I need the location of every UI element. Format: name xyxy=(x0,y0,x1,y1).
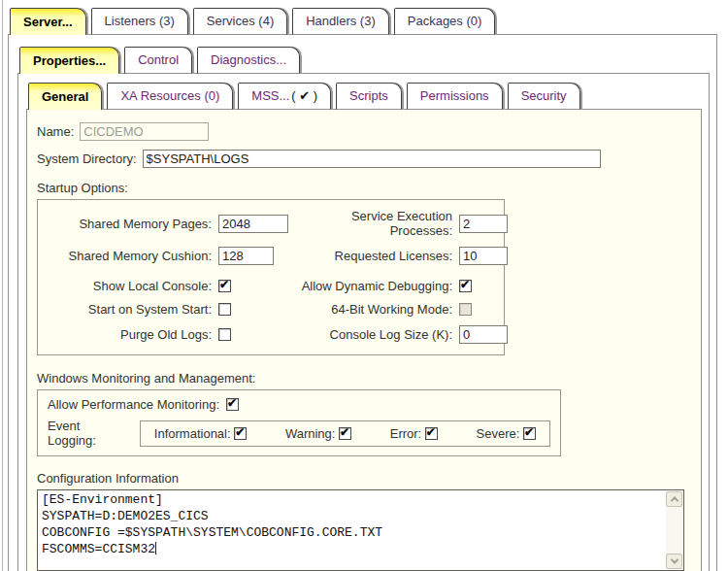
monitoring-group: Allow Performance Monitoring: Event Logg… xyxy=(37,389,561,456)
error-label: Error: xyxy=(390,426,422,441)
allow-dynamic-debugging-label: Allow Dynamic Debugging: xyxy=(296,279,459,293)
scroll-down-button[interactable] xyxy=(666,554,682,569)
show-local-console-checkbox[interactable] xyxy=(218,280,231,292)
tab-listeners-label: Listeners (3) xyxy=(105,14,175,28)
tab-mss-label: MSS... xyxy=(251,88,289,103)
tab-permissions-label: Permissions xyxy=(420,88,489,103)
tab-general-label: General xyxy=(42,89,88,104)
name-row: Name: xyxy=(37,122,691,141)
tab-scripts[interactable]: Scripts xyxy=(336,83,402,110)
general-form: Name: System Directory: Startup Options:… xyxy=(27,110,701,571)
tab-services-label: Services (4) xyxy=(207,14,274,28)
properties-tab-bar: Properties... Control Diagnostics... xyxy=(19,47,300,74)
shared-memory-pages-input[interactable] xyxy=(218,215,288,233)
tab-mss[interactable]: MSS...( ✔ ) xyxy=(238,83,331,110)
event-logging-label: Event Logging: xyxy=(48,419,130,448)
tab-control[interactable]: Control xyxy=(124,47,192,74)
scroll-up-button[interactable] xyxy=(666,491,682,507)
tab-services[interactable]: Services (4) xyxy=(193,8,287,35)
tab-permissions[interactable]: Permissions xyxy=(407,83,503,110)
tab-properties[interactable]: Properties... xyxy=(19,47,119,74)
startup-options-group: Shared Memory Pages: Service Execution P… xyxy=(37,199,505,355)
system-directory-row: System Directory: xyxy=(37,150,691,168)
error-checkbox[interactable] xyxy=(425,427,438,440)
informational-label: Informational: xyxy=(154,426,231,441)
configuration-information-textarea[interactable]: [ES-Environment]SYSPATH=D:DEMO2ES_CICSCO… xyxy=(37,489,684,571)
allow-performance-monitoring-checkbox[interactable] xyxy=(226,398,239,411)
page-left-border xyxy=(2,0,3,571)
shared-memory-cushion-input[interactable] xyxy=(218,247,274,265)
purge-old-logs-checkbox[interactable] xyxy=(218,328,231,341)
text-caret xyxy=(155,542,156,554)
mss-checkmark-icon: ( ✔ ) xyxy=(291,88,317,103)
tab-properties-label: Properties... xyxy=(33,53,106,68)
shared-memory-cushion-label: Shared Memory Cushion: xyxy=(38,249,218,263)
allow-performance-monitoring-label: Allow Performance Monitoring: xyxy=(48,397,219,412)
chevron-up-icon xyxy=(670,496,678,504)
purge-old-logs-label: Purge Old Logs: xyxy=(38,327,218,342)
tab-server-label: Server... xyxy=(23,15,73,29)
allow-dynamic-debugging-checkbox[interactable] xyxy=(459,280,472,292)
tab-diagnostics-label: Diagnostics... xyxy=(211,52,286,67)
system-directory-label: System Directory: xyxy=(37,151,137,166)
startup-options-title: Startup Options: xyxy=(37,181,691,195)
console-log-size-input[interactable] xyxy=(459,325,508,344)
tab-listeners[interactable]: Listeners (3) xyxy=(91,8,188,35)
64-bit-working-mode-checkbox xyxy=(459,303,472,316)
event-logging-row: Event Logging: Informational: Warning: E… xyxy=(48,419,550,448)
service-execution-processes-label: Service Execution Processes: xyxy=(296,209,459,238)
tab-packages[interactable]: Packages (0) xyxy=(394,8,496,35)
tab-packages-label: Packages (0) xyxy=(408,14,482,28)
tab-control-label: Control xyxy=(138,52,179,67)
start-on-system-start-checkbox[interactable] xyxy=(218,303,231,316)
informational-checkbox[interactable] xyxy=(234,427,247,440)
64-bit-working-mode-label: 64-Bit Working Mode: xyxy=(296,302,459,317)
name-input xyxy=(80,122,209,141)
shared-memory-pages-label: Shared Memory Pages: xyxy=(38,217,218,231)
warning-checkbox[interactable] xyxy=(339,427,351,440)
console-log-size-label: Console Log Size (K): xyxy=(296,327,459,342)
start-on-system-start-label: Start on System Start: xyxy=(38,302,218,317)
tab-diagnostics[interactable]: Diagnostics... xyxy=(197,47,300,74)
requested-licenses-label: Requested Licenses: xyxy=(296,249,459,263)
startup-checkbox-grid: Show Local Console: Allow Dynamic Debugg… xyxy=(38,279,504,344)
tab-xa-resources[interactable]: XA Resources (0) xyxy=(107,83,233,110)
monitoring-title: Windows Monitoring and Management: xyxy=(37,371,691,386)
configuration-text: [ES-Environment]SYSPATH=D:DEMO2ES_CICSCO… xyxy=(38,490,683,558)
tab-security-label: Security xyxy=(521,88,567,103)
tab-handlers-label: Handlers (3) xyxy=(306,14,376,28)
configuration-information-title: Configuration Information xyxy=(37,471,691,486)
tab-security[interactable]: Security xyxy=(508,83,580,110)
tab-xa-resources-label: XA Resources (0) xyxy=(120,88,219,103)
chevron-down-icon xyxy=(670,555,678,563)
textarea-scrollbar[interactable] xyxy=(666,491,682,569)
warning-label: Warning: xyxy=(285,426,336,441)
requested-licenses-input[interactable] xyxy=(459,247,508,265)
tab-scripts-label: Scripts xyxy=(349,88,388,103)
server-tab-bar: Server... Listeners (3) Services (4) Han… xyxy=(10,8,495,35)
system-directory-input[interactable] xyxy=(143,150,601,168)
name-label: Name: xyxy=(37,124,74,139)
general-tab-bar: General XA Resources (0) MSS...( ✔ ) Scr… xyxy=(28,83,580,110)
service-execution-processes-input[interactable] xyxy=(459,215,508,233)
general-tab-panel: Name: System Directory: Startup Options:… xyxy=(26,109,702,571)
show-local-console-label: Show Local Console: xyxy=(38,279,218,293)
tab-general[interactable]: General xyxy=(28,83,102,110)
event-logging-group: Informational: Warning: Error: Severe: xyxy=(140,420,550,447)
tab-handlers[interactable]: Handlers (3) xyxy=(292,8,389,35)
tab-server[interactable]: Server... xyxy=(10,8,86,35)
severe-label: Severe: xyxy=(477,426,520,441)
severe-checkbox[interactable] xyxy=(523,427,536,440)
performance-monitoring-row: Allow Performance Monitoring: xyxy=(48,397,550,412)
startup-inputs-grid: Shared Memory Pages: Service Execution P… xyxy=(38,209,504,265)
